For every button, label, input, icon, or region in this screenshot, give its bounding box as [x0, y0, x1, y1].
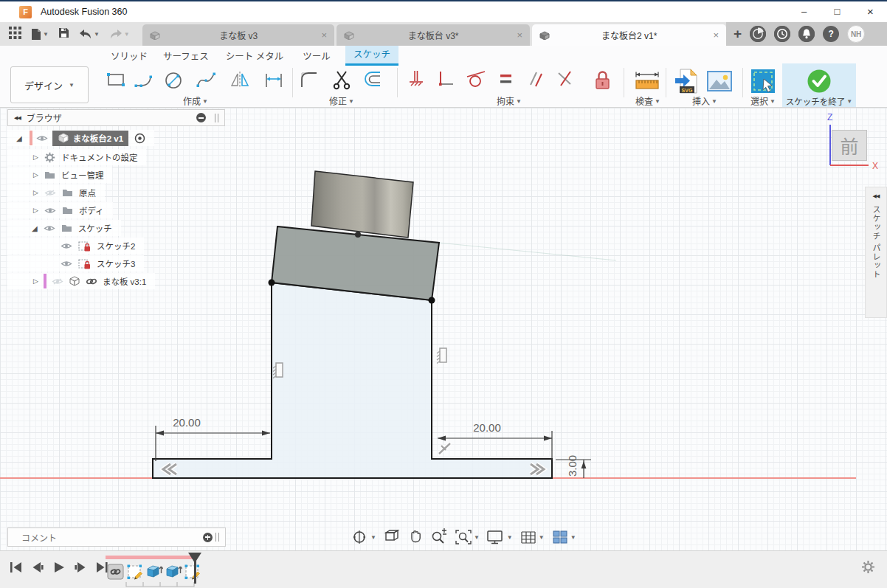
select-group-menu[interactable]: 選択▼	[744, 97, 782, 107]
viewcube-front-button[interactable]: 前	[832, 130, 867, 161]
tab-sheet-metal[interactable]: シート メタル	[220, 49, 289, 65]
dimension-left[interactable]: 20.00	[156, 416, 270, 461]
activate-radio-icon[interactable]	[134, 133, 145, 144]
app-menu-icon[interactable]	[9, 27, 21, 42]
browser-item-view-management[interactable]: ▷ ビュー管理	[7, 167, 112, 183]
add-comment-icon[interactable]	[203, 533, 213, 542]
construction-line[interactable]	[439, 243, 616, 260]
close-icon[interactable]: ×	[321, 30, 327, 41]
stand-profile[interactable]	[153, 283, 552, 478]
midpoint-dot[interactable]	[355, 232, 361, 238]
timeline-sketch-feature[interactable]	[126, 563, 144, 584]
panel-grip-handle[interactable]	[215, 114, 218, 122]
modify-group-menu[interactable]: 修正▼	[295, 97, 388, 107]
inspect-group-menu[interactable]: 検査▼	[626, 97, 670, 107]
vertex-dot[interactable]	[429, 297, 435, 304]
close-icon[interactable]: ×	[713, 30, 719, 41]
browser-item-document-settings[interactable]: ▷ ドキュメントの設定	[7, 149, 146, 165]
panel-grip-handle[interactable]	[215, 533, 219, 542]
viewports-tool[interactable]: ▼	[551, 529, 576, 545]
look-at-tool[interactable]	[383, 528, 401, 547]
insert-svg-icon[interactable]: SVG	[673, 66, 701, 96]
perpendicular-constraint-icon[interactable]	[433, 66, 458, 96]
go-to-start-button[interactable]	[9, 561, 24, 576]
tab-sketch-active[interactable]: スケッチ	[345, 46, 398, 66]
insert-image-icon[interactable]	[705, 66, 734, 96]
visibility-eye-icon[interactable]	[61, 260, 72, 268]
close-button[interactable]: ×	[854, 1, 887, 21]
maximize-button[interactable]: □	[821, 1, 854, 21]
browser-panel-header[interactable]: ◀◀ ブラウザ	[7, 109, 225, 126]
new-document-tab-button[interactable]: +	[734, 26, 742, 42]
minimize-panel-icon[interactable]	[196, 113, 206, 122]
model-canvas[interactable]: 20.00 20.00 3.00	[0, 108, 887, 550]
notifications-bell-icon[interactable]	[798, 26, 815, 42]
line-tool-icon[interactable]	[132, 66, 157, 96]
timeline-extrude-feature[interactable]	[145, 563, 163, 584]
step-forward-button[interactable]	[73, 561, 88, 576]
expand-closed-icon[interactable]: ▷	[33, 171, 38, 179]
doc-tab-3-active[interactable]: まな板台2 v1* ×	[532, 24, 726, 46]
play-button[interactable]	[52, 561, 66, 576]
create-group-menu[interactable]: 作成▼	[103, 97, 288, 107]
insert-group-menu[interactable]: 挿入▼	[668, 97, 742, 107]
sketch-palette-collapsed[interactable]: ◀◀ スケッチ パレット	[865, 187, 887, 318]
parallel-constraint-icon[interactable]	[523, 66, 548, 96]
constraints-group-menu[interactable]: 拘束▼	[402, 97, 616, 107]
expand-open-icon[interactable]: ◢	[16, 134, 22, 142]
close-icon[interactable]: ×	[517, 30, 522, 41]
rectangle-tool-icon[interactable]	[103, 66, 128, 96]
finish-sketch-button[interactable]: スケッチを終了▼	[782, 63, 856, 107]
trim-scissors-icon[interactable]	[329, 66, 354, 96]
browser-item-sketch3[interactable]: スケッチ3	[7, 255, 144, 271]
browser-item-bodies[interactable]: ▷ ボディ	[7, 202, 113, 218]
expand-closed-icon[interactable]: ▷	[33, 189, 38, 196]
browser-item-origin[interactable]: ▷ 原点	[7, 184, 105, 201]
expand-closed-icon[interactable]: ▷	[33, 207, 38, 214]
pan-tool[interactable]	[407, 528, 424, 547]
tab-tools[interactable]: ツール	[295, 49, 338, 65]
horizontal-vertical-constraint-icon[interactable]	[404, 66, 429, 96]
fillet-tool-icon[interactable]	[297, 66, 322, 96]
expand-closed-icon[interactable]: ▷	[33, 277, 38, 285]
user-avatar[interactable]: NH	[847, 25, 865, 43]
offset-tool-icon[interactable]	[360, 66, 385, 96]
visibility-eye-icon[interactable]	[44, 207, 56, 215]
vertex-dot[interactable]	[269, 280, 275, 286]
collinear-constraint-icon[interactable]	[553, 66, 578, 96]
timeline-sketch-feature[interactable]	[184, 563, 201, 584]
browser-item-sketch2[interactable]: スケッチ2	[7, 238, 144, 254]
lock-constraint-icon[interactable]	[590, 66, 615, 96]
circle-tool-icon[interactable]	[161, 66, 186, 96]
browser-item-sketches[interactable]: ◢ スケッチ	[7, 220, 121, 236]
expand-closed-icon[interactable]: ▷	[33, 153, 38, 161]
measure-tool-icon[interactable]	[633, 66, 663, 96]
root-component-selected[interactable]: まな板台2 v1	[52, 131, 128, 146]
visibility-eye-icon[interactable]	[36, 134, 48, 142]
grid-snap-tool[interactable]: ▼	[520, 529, 545, 545]
sketch-dimension-tool-icon[interactable]	[261, 66, 286, 96]
timeline-marker-stem[interactable]	[194, 553, 196, 584]
visibility-off-eye-icon[interactable]	[52, 277, 63, 286]
select-tool-icon[interactable]	[748, 66, 778, 96]
job-status-icon[interactable]	[750, 26, 766, 42]
cutting-board-body[interactable]	[311, 171, 413, 238]
browser-item-root[interactable]: ◢ まな板台2 v1	[7, 130, 154, 146]
help-icon[interactable]: ?	[823, 26, 839, 42]
visibility-eye-icon[interactable]	[61, 242, 72, 250]
timeline-settings-gear-icon[interactable]	[861, 560, 875, 577]
spline-tool-icon[interactable]	[193, 66, 218, 96]
browser-item-linked-component[interactable]: ▷ まな板 v3:1	[7, 273, 155, 289]
timeline-component-feature[interactable]	[107, 563, 125, 584]
equal-constraint-icon[interactable]	[494, 66, 519, 96]
timeline-extrude-feature[interactable]	[165, 563, 182, 584]
orbit-tool[interactable]: ▼	[351, 529, 376, 545]
version-history-icon[interactable]	[774, 26, 790, 42]
dimension-thickness[interactable]: 3.00	[556, 455, 591, 478]
redo-button[interactable]: ▼	[109, 29, 130, 39]
doc-tab-2[interactable]: まな板台 v3* ×	[336, 24, 530, 46]
visibility-off-eye-icon[interactable]	[44, 189, 56, 197]
tab-solid[interactable]: ソリッド	[103, 49, 155, 65]
expand-open-icon[interactable]: ◢	[32, 224, 38, 232]
tab-surface[interactable]: サーフェス	[156, 49, 215, 65]
